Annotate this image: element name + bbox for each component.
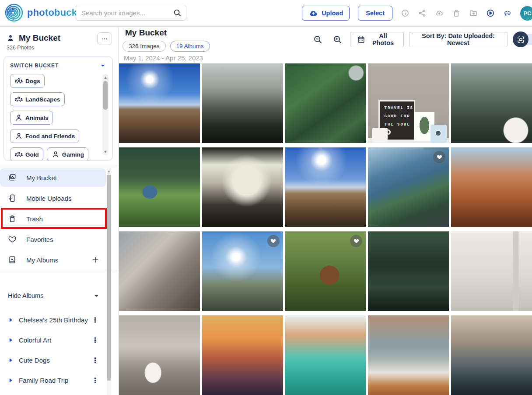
search-input[interactable] [80,9,173,17]
bucket-chip-label: LandScapes [25,96,60,103]
photo-grid: TRAVEL ISGOOD FORTHE SOUL [119,63,532,395]
calendar-icon [357,35,365,44]
photo-tile-foggy-bridge-pylon[interactable] [451,231,532,311]
album-menu-icon[interactable] [91,357,99,364]
sort-by-button[interactable]: Sort By: Date Uploaded: Newest [409,32,508,47]
hide-albums-toggle[interactable]: Hide Albums [0,289,106,303]
brand-logo[interactable]: photobucket [4,3,86,22]
albums-section: Hide Albums Chelsea's 25th BirthdayColor… [0,289,106,395]
person-icon [6,34,15,42]
photo-tile-venice-canal-pizza-table[interactable] [368,315,449,395]
triangle-right-icon[interactable] [8,337,14,343]
scrollbar-thumb[interactable] [107,175,111,381]
all-photos-label: All Photos [369,32,397,46]
sidebar-item-my-bucket[interactable]: My Bucket [0,168,106,187]
bucket-chip[interactable]: Dogs [10,74,45,88]
favorite-heart-icon[interactable] [433,151,445,163]
upload-button[interactable]: Upload [302,6,350,21]
mobile-upload-icon [8,194,17,203]
photo-tile-resort-pool-sunburst[interactable] [202,231,283,311]
zoom-out-icon[interactable] [313,35,323,45]
album-icon [8,255,17,264]
album-menu-icon[interactable] [91,377,99,384]
bucket-chip-label: Dogs [25,78,40,84]
scroll-up-icon[interactable]: ▲ [107,169,111,173]
search-icon[interactable] [173,8,182,17]
photo-tile-aerial-forest-winding-road[interactable] [285,63,366,143]
bucket-chip[interactable]: LandScapes [10,92,65,106]
sidebar-item-label: Mobile Uploads [26,195,71,202]
favorite-heart-icon[interactable] [267,235,280,247]
cloud-add-icon[interactable] [435,9,444,17]
photo-tile-windshield-white-house[interactable] [202,147,283,227]
album-item-chelsea-s-25th-birthday[interactable]: Chelsea's 25th Birthday [0,310,106,330]
photo-tile-misty-mountain-teacup[interactable] [451,63,532,143]
sidebar-item-mobile-uploads[interactable]: Mobile Uploads [0,189,106,207]
sidebar-item-favorites[interactable]: Favorites [0,230,106,248]
scrollbar-thumb[interactable] [103,81,108,110]
bucket-chip[interactable]: Animals [10,111,53,125]
caret-down-icon[interactable] [99,62,106,69]
scroll-down-icon[interactable]: ▼ [102,149,108,154]
bucket-chip[interactable]: Food and Friends [10,129,79,143]
sidebar-item-label: My Albums [26,256,58,264]
select-button[interactable]: Select [358,6,392,21]
photo-tile-dark-forest-path[interactable] [368,231,449,311]
zoom-in-icon[interactable] [332,35,343,45]
photo-tile-travel-letterboard[interactable]: TRAVEL ISGOOD FORTHE SOUL [368,63,449,143]
favorite-heart-icon[interactable] [350,235,362,247]
group-icon [14,150,23,159]
photo-tile-seagull-on-street[interactable] [119,315,200,395]
sidebar-scrollbar[interactable]: ▲ [107,168,111,395]
photo-tile-woman-hat-by-car[interactable] [119,231,200,311]
photo-tile-desert-road-sunburst[interactable] [119,63,200,143]
folder-move-icon[interactable] [469,9,478,17]
all-photos-button[interactable]: All Photos [350,32,404,47]
trash-highlight-box [1,208,107,229]
album-item-colorful-art[interactable]: Colorful Art [0,330,106,350]
album-item-family-vacations[interactable]: Family Vacations [0,390,106,395]
search-bar[interactable] [76,5,186,21]
photobucket-logo-icon [4,3,24,22]
trash-icon[interactable] [452,9,461,17]
photo-tile-foggy-mountain-rocks[interactable] [202,63,283,143]
album-label: Chelsea's 25th Birthday [19,316,88,324]
album-menu-icon[interactable] [91,336,99,344]
albums-count-badge[interactable]: 19 Albums [170,41,210,52]
photo-tile-desert-highway-sunburst[interactable] [285,147,366,227]
triangle-right-icon[interactable] [8,317,14,323]
album-item-cute-dogs[interactable]: Cute Dogs [0,350,106,370]
photo-tile-border-collie-field[interactable] [285,231,366,311]
gallery-controls: All Photos Sort By: Date Uploaded: Newes… [311,31,532,47]
scroll-up-icon[interactable]: ▲ [102,75,108,80]
top-actions: Upload Select PC [302,0,532,26]
play-circle-icon[interactable] [486,9,495,17]
photo-tile-venice-teal-canal[interactable] [285,315,366,395]
photo-tile-grand-canal-gondola-dusk[interactable] [451,315,532,395]
photo-tile-fjord-coastal-road[interactable] [368,147,449,227]
view-mode-toggle[interactable] [513,31,532,47]
photo-tile-burano-sunset-canal[interactable] [202,315,283,395]
triangle-right-icon[interactable] [8,378,14,383]
account-avatar[interactable]: PC [520,6,532,21]
triangle-right-icon[interactable] [8,357,14,363]
upload-label: Upload [322,10,343,17]
images-count-badge[interactable]: 326 Images [122,41,166,52]
sidebar-item-my-albums[interactable]: My Albums [0,251,106,269]
album-menu-icon[interactable] [91,316,99,324]
caret-down-icon [93,293,100,299]
bucket-chip[interactable]: Gaming [47,147,88,161]
share-icon[interactable] [418,9,427,17]
photo-tile-camping-tents-meadow[interactable] [119,147,200,227]
info-icon[interactable] [401,9,410,17]
album-item-family-road-trip[interactable]: Family Road Trip [0,370,106,390]
bucket-chip-list: DogsLandScapesAnimalsFood and FriendsGol… [10,74,97,161]
bucket-header: My Bucket 326 Photos [0,26,118,51]
bucket-chip[interactable]: Gold [10,147,43,161]
bucket-panel-scrollbar[interactable]: ▲ ▼ [102,74,108,155]
bucket-more-button[interactable] [97,32,112,45]
plus-icon[interactable] [91,255,100,264]
expand-view-icon[interactable] [513,31,528,47]
link-add-icon[interactable] [503,9,512,17]
photo-tile-canyon-winding-road[interactable] [451,147,532,227]
